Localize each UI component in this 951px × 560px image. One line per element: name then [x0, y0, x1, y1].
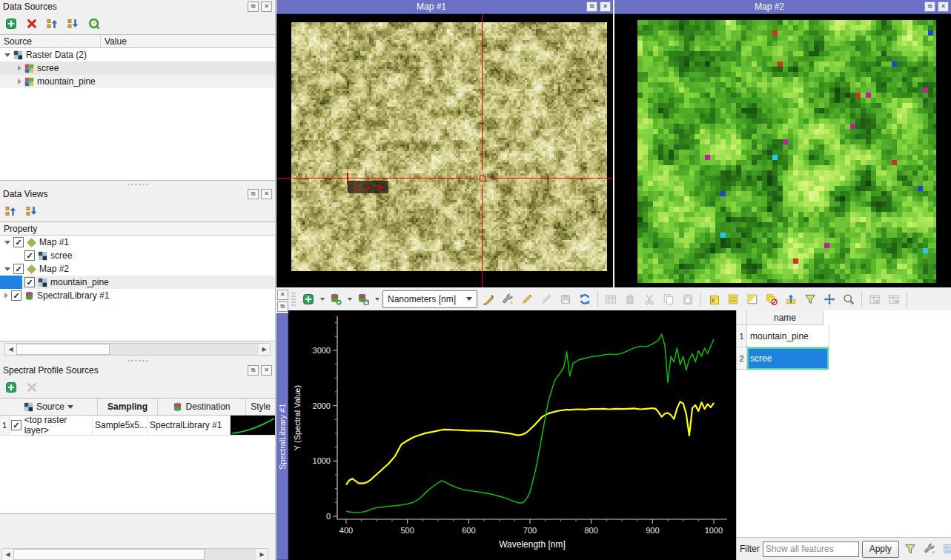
tree-item-map2[interactable]: ✓ Map #2 [0, 262, 275, 276]
name-cell-selected[interactable]: scree [747, 347, 829, 370]
visibility-checkbox[interactable]: ✓ [24, 277, 35, 287]
add-profile-source-button[interactable] [3, 379, 19, 396]
column-sampling[interactable]: Sampling [98, 399, 158, 415]
close-icon[interactable]: ✕ [277, 290, 288, 300]
tree-item-mountain-pine-layer[interactable]: ✓ mountain_pine [0, 276, 275, 289]
tree-item-mountain-pine[interactable]: mountain_pine [0, 75, 275, 88]
visibility-checkbox[interactable]: ✓ [11, 290, 21, 301]
row-number[interactable]: 2 [737, 347, 747, 370]
panel-splitter[interactable] [0, 357, 275, 364]
settings-button[interactable] [921, 541, 938, 557]
zoom-to-selection-button[interactable] [841, 291, 857, 307]
sampling-cell[interactable]: Sample5x5... [93, 416, 148, 435]
expander-open-icon[interactable] [4, 241, 10, 244]
pan-to-selection-button[interactable] [783, 291, 799, 307]
source-cell[interactable]: ✓ <top raster layer> [10, 416, 93, 435]
xunit-combobox[interactable]: Nanometers [nm] [382, 290, 477, 308]
map1-canvas[interactable]: 4.5 m [276, 14, 613, 288]
visibility-checkbox[interactable]: ✓ [13, 264, 24, 274]
expander-closed-icon[interactable] [18, 79, 21, 84]
column-property[interactable]: Property [0, 222, 275, 235]
cut-button[interactable] [641, 291, 657, 307]
delete-field-button[interactable] [886, 291, 902, 307]
expander-closed-icon[interactable] [18, 65, 21, 71]
add-to-library-button[interactable] [328, 291, 344, 307]
multiedit-button[interactable] [538, 291, 554, 307]
column-destination[interactable]: Destination [158, 399, 246, 415]
chevron-down-icon[interactable] [375, 298, 380, 301]
save-library-button[interactable] [355, 291, 371, 307]
invert-selection-button[interactable] [744, 291, 761, 307]
tree-item-scree-layer[interactable]: ✓ scree [0, 249, 275, 262]
horizontal-scrollbar[interactable]: ◀ ▶ [1, 548, 268, 560]
tree-item-spectral-library[interactable]: ✓ SpectralLibrary #1 [0, 289, 275, 302]
enabled-checkbox[interactable]: ✓ [11, 420, 21, 430]
float-icon[interactable]: ⧉ [248, 1, 259, 12]
horizontal-scrollbar[interactable]: ◀ ▶ [4, 343, 271, 356]
copy-button[interactable] [660, 291, 677, 307]
float-icon[interactable]: ⧉ [586, 1, 597, 12]
expand-all-button[interactable] [24, 203, 40, 219]
scroll-right-icon[interactable]: ▶ [259, 344, 270, 355]
spectral-processing-button[interactable] [480, 291, 497, 307]
filter-input[interactable] [763, 541, 859, 557]
chevron-down-icon[interactable] [348, 298, 352, 301]
float-icon[interactable]: ⧉ [248, 365, 259, 376]
column-source[interactable]: Source [0, 399, 98, 415]
close-icon[interactable]: ✕ [261, 1, 272, 12]
map2-titlebar[interactable]: Map #2 ⧉ ✕ [614, 0, 951, 14]
chevron-down-icon[interactable] [320, 298, 325, 301]
spectral-plot[interactable]: 01000200030004005006007008009001000Wavel… [288, 310, 736, 560]
filter-menu-button[interactable] [902, 541, 918, 557]
map1-titlebar[interactable]: Map #1 ⧉ ✕ [276, 0, 613, 14]
table-row[interactable]: 1 mountain_pine [737, 325, 951, 347]
tree-item-scree[interactable]: scree [0, 61, 275, 75]
paste-button[interactable] [680, 291, 696, 307]
expand-all-button[interactable] [65, 16, 82, 32]
column-source[interactable]: Source [0, 35, 101, 47]
toggle-editing-button[interactable] [519, 291, 535, 307]
table-corner[interactable] [737, 310, 747, 325]
remove-profile-source-button[interactable] [24, 379, 40, 396]
collapse-all-button[interactable] [3, 203, 19, 219]
scroll-left-icon[interactable]: ◀ [5, 344, 16, 355]
move-selection-button[interactable] [821, 291, 838, 307]
column-value[interactable]: Value [101, 35, 275, 47]
add-profiles-button[interactable] [300, 291, 317, 307]
properties-button[interactable] [500, 291, 516, 307]
sync-qgis-button[interactable] [86, 16, 102, 32]
map2-canvas[interactable] [614, 14, 951, 288]
scroll-left-icon[interactable]: ◀ [2, 549, 13, 560]
new-field-button[interactable] [866, 291, 883, 307]
row-number[interactable]: 1 [737, 325, 747, 347]
close-icon[interactable]: ✕ [261, 189, 272, 199]
float-icon[interactable]: ⧉ [248, 189, 259, 199]
select-by-expression-button[interactable]: ε [706, 291, 722, 307]
destination-cell[interactable]: SpectralLibrary #1 [148, 416, 231, 435]
visibility-checkbox[interactable]: ✓ [13, 237, 24, 247]
close-icon[interactable]: ✕ [600, 1, 611, 12]
expander-open-icon[interactable] [4, 53, 10, 57]
expander-open-icon[interactable] [4, 267, 10, 271]
filter-selection-button[interactable] [802, 291, 818, 307]
save-edits-button[interactable] [557, 291, 574, 307]
float-icon[interactable]: ⧉ [277, 301, 288, 312]
toolbar-drag-handle[interactable] [291, 292, 296, 307]
add-feature-button[interactable] [603, 291, 619, 307]
select-all-button[interactable] [725, 291, 741, 307]
close-icon[interactable]: ✕ [261, 365, 272, 376]
column-name[interactable]: name [747, 310, 824, 325]
float-icon[interactable]: ⧉ [924, 1, 935, 12]
column-style[interactable]: Style [246, 399, 275, 415]
form-view-button[interactable] [941, 541, 951, 557]
apply-button[interactable]: Apply [862, 541, 899, 558]
remove-source-button[interactable] [24, 16, 40, 32]
tree-item-map1[interactable]: ✓ Map #1 [0, 236, 275, 249]
sps-row-1[interactable]: 1 ✓ <top raster layer> Sample5x5... Spec… [0, 416, 275, 436]
table-row[interactable]: 2 scree [737, 347, 951, 370]
tree-item-raster-data[interactable]: Raster Data (2) [0, 48, 275, 61]
scroll-right-icon[interactable]: ▶ [256, 549, 268, 560]
collapse-all-button[interactable] [44, 16, 61, 32]
spectral-library-vertical-title[interactable]: SpectralLibrary #1 [276, 313, 288, 560]
add-source-button[interactable] [3, 16, 19, 32]
